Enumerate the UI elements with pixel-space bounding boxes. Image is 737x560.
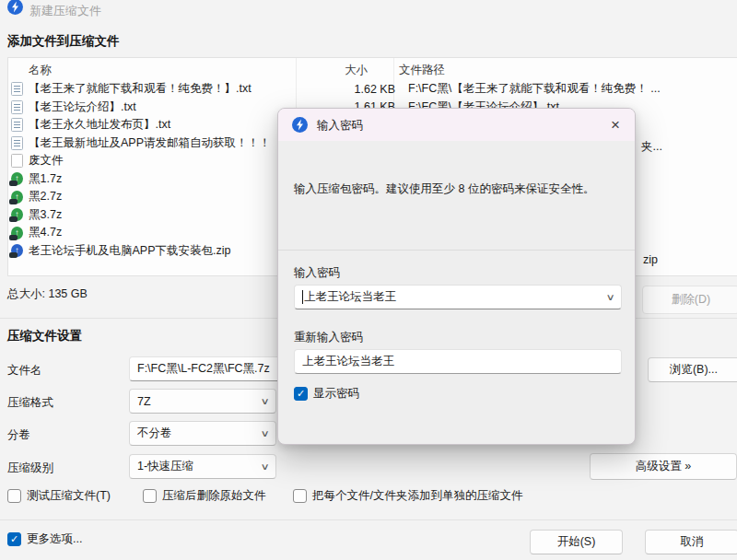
password-value: 上老王论坛当老王 [304, 289, 396, 305]
more-options-checkbox[interactable]: ✓ 更多选项... [7, 531, 82, 547]
dialog-cancel-button[interactable]: 取消 [564, 444, 630, 445]
show-password-checkbox[interactable]: ✓ 显示密码 [294, 386, 359, 402]
volume-select[interactable]: 不分卷 ∨ [129, 421, 276, 446]
file-name: 废文件 [29, 153, 287, 169]
dialog-titlebar[interactable]: 输入密码 × [278, 109, 635, 141]
app-icon [7, 0, 23, 18]
section-archive-settings: 压缩文件设置 [7, 328, 82, 344]
volume-label: 分卷 [7, 427, 30, 443]
text-cursor [302, 290, 303, 304]
column-header-path[interactable]: 文件路径 [399, 63, 445, 78]
chevron-down-icon[interactable]: ∨ [605, 292, 614, 302]
txt-file-icon [11, 118, 23, 132]
separate-archives-checkbox[interactable]: 把每个文件/文件夹添加到单独的压缩文件 [293, 488, 522, 504]
chevron-down-icon: ∨ [260, 396, 269, 406]
7z-file-icon [11, 172, 23, 185]
file-name: 老王论坛手机及电脑APP下载安装包.zip [29, 243, 287, 259]
file-name: 黑3.7z [29, 207, 287, 223]
format-label: 压缩格式 [7, 395, 53, 411]
level-value: 1-快速压缩 [137, 459, 193, 474]
file-path-fragment: zip [643, 253, 658, 266]
chevron-down-icon: ∨ [260, 428, 269, 438]
file-path-fragment: 夹... [641, 139, 662, 155]
password-manager-button[interactable]: 密码管理器... [288, 444, 460, 445]
volume-value: 不分卷 [137, 426, 172, 441]
format-select[interactable]: 7Z ∨ [129, 389, 276, 414]
file-name: 黑4.7z [29, 225, 287, 240]
zip-file-icon [11, 244, 23, 257]
test-archive-label: 测试压缩文件(T) [27, 488, 111, 504]
txt-file-icon [11, 136, 23, 150]
divider [278, 250, 635, 251]
cancel-button[interactable]: 取消 [645, 530, 737, 554]
file-name-label: 文件名 [7, 363, 42, 379]
7z-file-icon [11, 208, 23, 221]
separate-archives-label: 把每个文件/文件夹添加到单独的压缩文件 [312, 488, 522, 504]
delete-after-label: 压缩后删除原始文件 [162, 488, 266, 504]
checkbox-checked[interactable]: ✓ [7, 532, 21, 546]
delete-button[interactable]: 删除(D) [642, 286, 737, 314]
level-label: 压缩级别 [7, 461, 53, 476]
checkbox-unchecked[interactable] [143, 489, 157, 503]
confirm-password-value: 上老王论坛当老王 [302, 354, 394, 369]
7z-file-icon [11, 191, 23, 204]
checkbox-unchecked[interactable] [7, 489, 21, 503]
file-name: 【老王永久地址发布页】.txt [29, 117, 287, 133]
checkbox-unchecked[interactable] [293, 489, 307, 503]
dialog-title: 输入密码 [317, 118, 363, 134]
password-dialog: 输入密码 × 输入压缩包密码。建议使用至少 8 位的密码来保证安全性。 输入密码… [277, 108, 636, 445]
txt-file-icon [11, 100, 23, 114]
chevron-down-icon: ∨ [260, 461, 269, 472]
file-size: 1.62 KB [287, 83, 395, 96]
total-size-label: 总大小: 135 GB [7, 286, 88, 302]
section-add-files: 添加文件到压缩文件 [7, 33, 120, 50]
file-name: 【老王最新地址及APP请发邮箱自动获取！！！ [29, 135, 287, 151]
browse-button[interactable]: 浏览(B)... [648, 357, 737, 382]
more-options-label: 更多选项... [27, 531, 82, 547]
column-header-name[interactable]: 名称 [29, 63, 52, 78]
blank-file-icon [11, 154, 23, 168]
divider [0, 519, 737, 520]
dialog-body: 输入压缩包密码。建议使用至少 8 位的密码来保证安全性。 输入密码 上老王论坛当… [278, 141, 635, 444]
file-name: 【老王论坛介绍】.txt [29, 99, 287, 115]
app-icon [292, 117, 308, 135]
format-value: 7Z [137, 395, 151, 408]
file-name: 黑1.7z [29, 171, 287, 187]
file-name: 【老王来了就能下载和观看！纯免费！】.txt [29, 81, 287, 97]
start-button[interactable]: 开始(S) [530, 530, 623, 554]
advanced-settings-button[interactable]: 高级设置 » [590, 453, 737, 480]
confirm-password-input[interactable]: 上老王论坛当老王 [294, 349, 622, 374]
ok-button[interactable]: 确定 [486, 444, 554, 445]
delete-after-checkbox[interactable]: 压缩后删除原始文件 [143, 488, 266, 504]
table-row[interactable]: 【老王来了就能下载和观看！纯免费！】.txt1.62 KBF:\FC黑\【老王来… [8, 80, 737, 99]
file-path: F:\FC黑\【老王来了就能下载和观看！纯免费！ ... [408, 81, 737, 97]
window-title: 新建压缩文件 [29, 3, 101, 19]
level-select[interactable]: 1-快速压缩 ∨ [129, 454, 276, 479]
close-icon[interactable]: × [596, 109, 635, 141]
file-name-value: F:\FC黑\L-FC2黑\FC黑.7z [137, 361, 270, 377]
7z-file-icon [11, 227, 23, 239]
file-name: 黑2.7z [29, 189, 287, 204]
txt-file-icon [11, 82, 23, 96]
checkbox-checked[interactable]: ✓ [294, 387, 308, 401]
confirm-password-label: 重新输入密码 [294, 330, 363, 345]
table-header: 名称 大小 文件路径 [8, 58, 737, 80]
column-header-size[interactable]: 大小 [345, 63, 368, 78]
test-archive-checkbox[interactable]: 测试压缩文件(T) [7, 488, 111, 504]
password-input[interactable]: 上老王论坛当老王 ∨ [294, 285, 622, 309]
password-label: 输入密码 [294, 265, 340, 281]
show-password-label: 显示密码 [313, 386, 359, 402]
dialog-instruction: 输入压缩包密码。建议使用至少 8 位的密码来保证安全性。 [294, 181, 626, 198]
